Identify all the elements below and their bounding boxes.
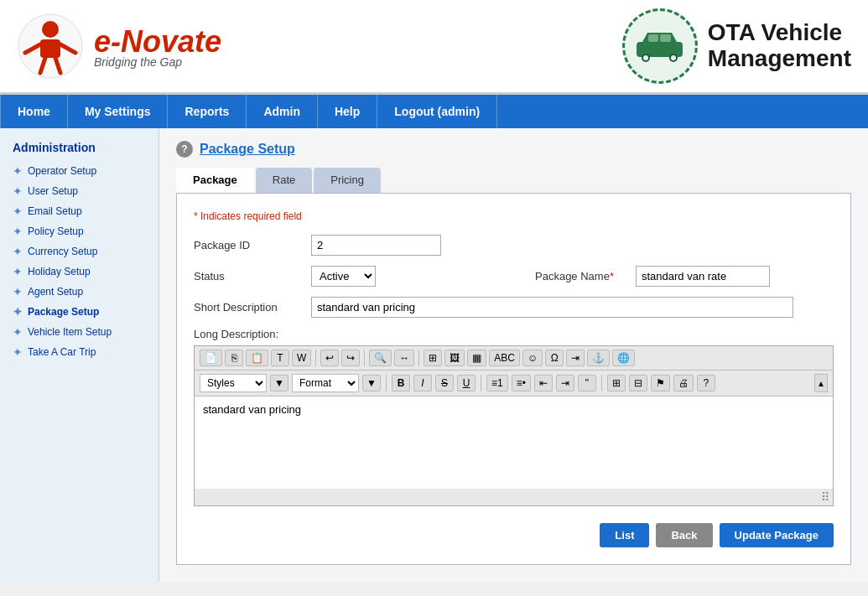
rte-btn-anchor[interactable]: ⚓ [587, 350, 610, 366]
rte-btn-ol[interactable]: ≡1 [486, 375, 508, 391]
svg-point-10 [643, 55, 648, 60]
rte-btn-underline[interactable]: U [457, 375, 476, 391]
rte-content[interactable]: standard van pricing [195, 396, 833, 489]
star-icon: ✦ [13, 325, 23, 339]
rte-btn-table3[interactable]: ⊟ [629, 375, 647, 391]
rte-resize-handle[interactable]: ⠿ [821, 490, 829, 504]
rte-styles-dropdown[interactable]: ▼ [270, 375, 288, 391]
sidebar-item-policy-setup[interactable]: ✦ Policy Setup [0, 221, 159, 241]
long-desc-label: Long Description: [194, 328, 278, 340]
rte-btn-iframe[interactable]: 🌐 [612, 350, 635, 366]
rte-container: 📄 ⎘ 📋 T W ↩ ↪ 🔍 ↔ ⊞ 🖼 ▦ ABC ☺ [194, 345, 834, 506]
rte-btn-italic[interactable]: I [413, 375, 432, 391]
nav-my-settings[interactable]: My Settings [68, 95, 169, 128]
rte-btn-paste-text[interactable]: T [271, 350, 289, 366]
rte-btn-redo[interactable]: ↪ [341, 350, 360, 366]
sidebar-item-currency-setup[interactable]: ✦ Currency Setup [0, 241, 159, 262]
rte-separator3 [418, 350, 419, 366]
tab-package[interactable]: Package [176, 168, 254, 193]
rte-btn-help[interactable]: ? [697, 375, 715, 391]
sidebar-item-take-a-car-trip[interactable]: ✦ Take A Car Trip [0, 342, 159, 362]
tab-pricing[interactable]: Pricing [314, 168, 381, 193]
sidebar-label-email-setup: Email Setup [28, 205, 82, 217]
nav-home[interactable]: Home [0, 95, 68, 128]
sidebar-label-vehicle-item-setup: Vehicle Item Setup [28, 326, 112, 338]
rte-btn-undo[interactable]: ↩ [320, 350, 339, 366]
nav-help[interactable]: Help [318, 95, 377, 128]
rte-btn-ul[interactable]: ≡• [512, 375, 531, 391]
rte-text: standard van pricing [203, 403, 301, 416]
nav-logout[interactable]: Logout (admin) [377, 95, 497, 128]
sidebar-label-operator-setup: Operator Setup [28, 165, 96, 177]
sidebar-item-package-setup[interactable]: ✦ Package Setup [0, 302, 159, 322]
rte-btn-copy[interactable]: ⎘ [225, 350, 243, 366]
update-package-button[interactable]: Update Package [720, 523, 834, 547]
sidebar-item-user-setup[interactable]: ✦ User Setup [0, 181, 159, 201]
rte-format-dropdown[interactable]: ▼ [362, 375, 381, 391]
rte-btn-emoticons[interactable]: ☺ [522, 350, 543, 366]
sidebar-item-vehicle-item-setup[interactable]: ✦ Vehicle Item Setup [0, 322, 159, 342]
sidebar: Administration ✦ Operator Setup ✦ User S… [0, 128, 159, 581]
rte-btn-bold[interactable]: B [392, 375, 410, 391]
short-desc-input[interactable] [311, 297, 793, 318]
sidebar-item-operator-setup[interactable]: ✦ Operator Setup [0, 161, 159, 181]
rte-btn-print[interactable]: 🖨 [673, 375, 694, 391]
ota-title: OTA Vehicle Management [708, 20, 851, 72]
rte-toolbar1: 📄 ⎘ 📋 T W ↩ ↪ 🔍 ↔ ⊞ 🖼 ▦ ABC ☺ [195, 346, 833, 371]
rte-btn-replace[interactable]: ↔ [394, 350, 414, 366]
sidebar-title: Administration [0, 137, 159, 161]
back-button[interactable]: Back [656, 523, 712, 547]
rte-scrollbar[interactable]: ▲ [814, 374, 828, 392]
list-button[interactable]: List [600, 523, 649, 547]
required-note: * Indicates required field [194, 210, 834, 222]
sidebar-label-agent-setup: Agent Setup [28, 286, 83, 298]
logo-right: OTA Vehicle Management [622, 8, 851, 84]
header: e-Novate Bridging the Gap OTA Vehicle Ma… [0, 0, 868, 95]
star-icon: ✦ [13, 265, 23, 278]
rte-btn-table-plugin[interactable]: ⊞ [424, 350, 442, 366]
star-icon: ✦ [13, 305, 23, 319]
rte-btn-image[interactable]: 🖼 [444, 350, 465, 366]
rte-btn-symbols[interactable]: ABC [489, 350, 520, 366]
rte-format-select[interactable]: Format [292, 374, 359, 392]
rte-btn-find[interactable]: 🔍 [369, 350, 392, 366]
page-title: Package Setup [200, 142, 295, 157]
status-row: Status Active Inactive Package Name* [194, 266, 834, 287]
rte-btn-table[interactable]: ▦ [467, 350, 486, 366]
rte-btn-new-doc[interactable]: 📄 [200, 350, 222, 366]
nav-reports[interactable]: Reports [168, 95, 247, 128]
rte-btn-indent-r[interactable]: ⇥ [566, 350, 585, 366]
rte-separator5 [481, 375, 481, 391]
rte-styles-select[interactable]: Styles [200, 374, 267, 392]
content: ? Package Setup Package Rate Pricing * I… [159, 128, 868, 581]
help-icon[interactable]: ? [176, 141, 193, 158]
rte-separator1 [315, 350, 316, 366]
tab-rate[interactable]: Rate [256, 168, 312, 193]
sidebar-item-agent-setup[interactable]: ✦ Agent Setup [0, 282, 159, 302]
rte-btn-indent[interactable]: ⇥ [556, 375, 574, 391]
status-label: Status [194, 270, 303, 282]
package-id-input[interactable] [311, 235, 441, 256]
rte-btn-paste-word[interactable]: W [292, 350, 311, 366]
package-name-label: Package Name* [535, 270, 627, 282]
package-id-row: Package ID [194, 235, 834, 256]
nav-admin[interactable]: Admin [247, 95, 318, 128]
rte-btn-flag[interactable]: ⚑ [651, 375, 670, 391]
svg-point-12 [671, 55, 676, 60]
package-name-input[interactable] [636, 266, 770, 287]
rte-btn-special[interactable]: Ω [545, 350, 564, 366]
rte-btn-strikethrough[interactable]: S [435, 375, 454, 391]
rte-separator6 [601, 375, 602, 391]
svg-rect-13 [648, 34, 658, 42]
sidebar-item-holiday-setup[interactable]: ✦ Holiday Setup [0, 262, 159, 282]
main-nav: Home My Settings Reports Admin Help Logo… [0, 95, 868, 128]
rte-separator2 [364, 350, 365, 366]
rte-btn-paste[interactable]: 📋 [246, 350, 268, 366]
rte-btn-blockquote[interactable]: " [578, 375, 596, 391]
rte-btn-table2[interactable]: ⊞ [607, 375, 626, 391]
rte-btn-outdent[interactable]: ⇤ [534, 375, 553, 391]
sidebar-item-email-setup[interactable]: ✦ Email Setup [0, 201, 159, 221]
tabs-row: Package Rate Pricing [176, 168, 851, 193]
star-icon: ✦ [13, 164, 23, 178]
status-select[interactable]: Active Inactive [311, 266, 376, 287]
